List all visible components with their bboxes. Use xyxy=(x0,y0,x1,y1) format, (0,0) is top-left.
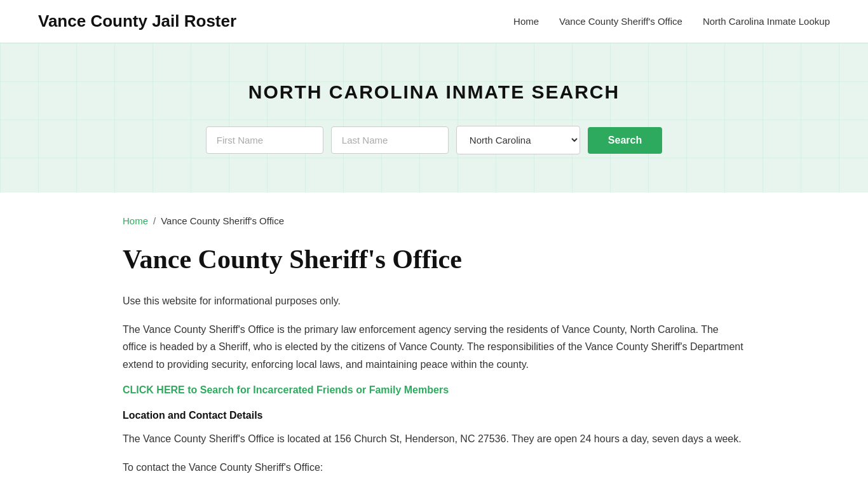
location-text: The Vance County Sheriff's Office is loc… xyxy=(123,430,745,447)
breadcrumb-current: Vance County Sheriff's Office xyxy=(161,215,284,226)
page-title: Vance County Sheriff's Office xyxy=(123,244,745,274)
first-name-input[interactable] xyxy=(206,126,323,154)
site-logo[interactable]: Vance County Jail Roster xyxy=(38,11,236,31)
breadcrumb-separator: / xyxy=(153,215,156,226)
office-description: The Vance County Sheriff's Office is the… xyxy=(123,321,745,373)
breadcrumb: Home / Vance County Sheriff's Office xyxy=(123,215,745,226)
main-content: Home / Vance County Sheriff's Office Van… xyxy=(85,193,783,488)
state-select[interactable]: North Carolina Alabama Alaska Arizona Ar… xyxy=(456,126,580,154)
nav-inmate-lookup[interactable]: North Carolina Inmate Lookup xyxy=(703,16,830,27)
incarcerated-search-link[interactable]: CLICK HERE to Search for Incarcerated Fr… xyxy=(123,384,449,396)
search-hero: NORTH CAROLINA INMATE SEARCH North Carol… xyxy=(0,43,868,193)
location-heading: Location and Contact Details xyxy=(123,410,745,421)
nav-sheriffs-office[interactable]: Vance County Sheriff's Office xyxy=(559,16,682,27)
nav-home[interactable]: Home xyxy=(513,16,539,27)
inmate-search-form: North Carolina Alabama Alaska Arizona Ar… xyxy=(13,126,855,154)
site-header: Vance County Jail Roster Home Vance Coun… xyxy=(0,0,868,43)
contact-intro: To contact the Vance County Sheriff's Of… xyxy=(123,459,745,476)
breadcrumb-home-link[interactable]: Home xyxy=(123,215,148,226)
hero-title: NORTH CAROLINA INMATE SEARCH xyxy=(13,81,855,103)
main-nav: Home Vance County Sheriff's Office North… xyxy=(513,16,830,27)
informational-notice: Use this website for informational purpo… xyxy=(123,292,745,309)
search-button[interactable]: Search xyxy=(588,127,662,154)
last-name-input[interactable] xyxy=(331,126,449,154)
